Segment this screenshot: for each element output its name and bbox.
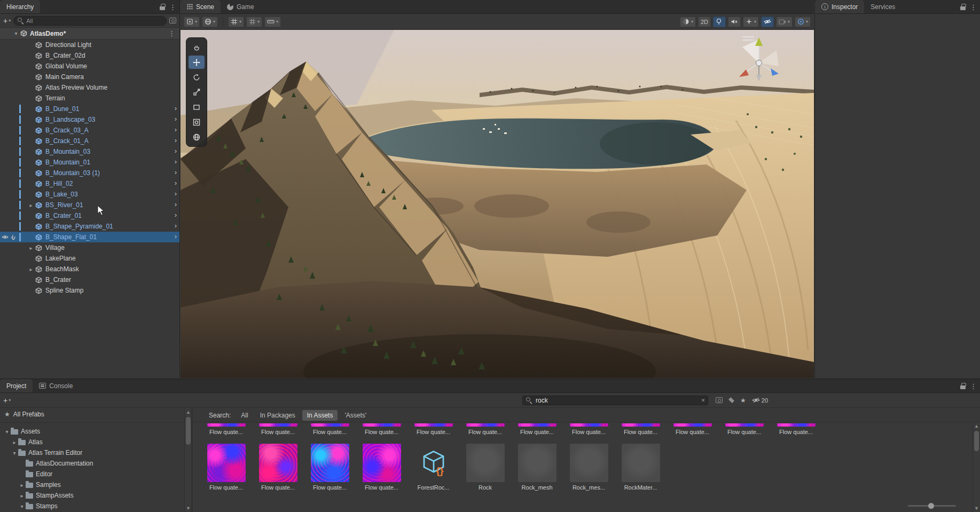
hierarchy-item[interactable]: B_Shape_Flat_01 › <box>0 232 179 242</box>
folder-tree-item[interactable]: ▸ Atlas <box>0 437 192 447</box>
hierarchy-item[interactable]: B_Mountain_01 › <box>0 157 179 168</box>
hierarchy-item[interactable]: B_Mountain_03 (1) › <box>0 168 179 178</box>
scene-visibility-toggle-button[interactable] <box>761 17 774 27</box>
expander-icon[interactable]: ▸ <box>18 482 26 488</box>
asset-item[interactable]: Flow quate... <box>563 423 615 435</box>
lock-icon[interactable] <box>160 6 165 10</box>
tab-scene[interactable]: Scene <box>181 0 221 13</box>
prefab-open-arrow[interactable]: › <box>175 190 177 198</box>
tab-inspector[interactable]: Inspector <box>815 0 864 13</box>
hierarchy-item[interactable]: B_Lake_03 › <box>0 189 179 200</box>
expander-icon[interactable]: ▸ <box>18 493 26 499</box>
asset-item[interactable]: Flow quate... <box>304 423 356 435</box>
hierarchy-item[interactable]: Main Camera › <box>0 72 179 82</box>
prefab-open-arrow[interactable]: › <box>175 125 177 133</box>
add-object-button[interactable]: +▾ <box>3 17 11 25</box>
asset-item[interactable]: {} ForestRoc... <box>407 444 459 491</box>
prefab-open-arrow[interactable]: › <box>175 104 177 112</box>
asset-item[interactable]: {} RockMater... <box>615 444 667 491</box>
asset-item[interactable]: Flow quate... <box>356 423 407 435</box>
prefab-open-arrow[interactable]: › <box>175 136 177 144</box>
move-tool-button[interactable] <box>189 56 205 69</box>
search-filter-chip[interactable]: 'Assets' <box>340 410 371 421</box>
lock-icon[interactable] <box>960 6 966 10</box>
expander-icon[interactable]: ▸ <box>27 245 35 251</box>
save-search-star-icon[interactable]: ★ <box>740 397 746 404</box>
scene-header-row[interactable]: ▾ AtlasDemo* ⋮ <box>0 28 179 40</box>
asset-item[interactable]: Flow quate... <box>252 423 304 435</box>
hierarchy-item[interactable]: B_Crater_01 › <box>0 210 179 221</box>
folder-tree-item[interactable]: ▸ StampAssets <box>0 490 192 501</box>
hierarchy-item[interactable]: Spline Stamp › <box>0 285 179 296</box>
tab-hierarchy[interactable]: Hierarchy <box>0 0 40 13</box>
search-by-type-icon[interactable] <box>716 397 723 403</box>
asset-item[interactable]: Flow quate... <box>615 423 667 435</box>
asset-item[interactable]: {} Flow quate... <box>200 444 252 491</box>
expander-icon[interactable]: ▸ <box>11 439 18 445</box>
hierarchy-item[interactable]: B_Crater › <box>0 274 179 285</box>
panel-menu-icon[interactable]: ⋮ <box>970 4 977 11</box>
scene-viewport[interactable] <box>181 30 814 378</box>
hierarchy-item[interactable]: Terrain › <box>0 93 179 104</box>
hierarchy-item[interactable]: ▸ Village › <box>0 242 179 253</box>
thumbnail-zoom-slider[interactable] <box>908 505 956 507</box>
tool-handle-rotation-button[interactable]: ▾ <box>202 17 218 27</box>
audio-toggle-button[interactable] <box>728 17 741 27</box>
scroll-up-icon[interactable]: ▲ <box>185 408 192 416</box>
gizmos-menu-button[interactable]: ▾ <box>795 17 811 27</box>
hidden-packages-toggle[interactable]: 20 <box>752 397 768 404</box>
search-filter-chip[interactable]: In Packages <box>255 410 300 421</box>
hierarchy-item[interactable]: B_Landscape_03 › <box>0 114 179 125</box>
expander-icon[interactable]: ▾ <box>18 503 26 509</box>
tab-console[interactable]: Console <box>33 379 79 392</box>
tab-game[interactable]: Game <box>221 0 261 13</box>
custom-tool-button[interactable] <box>189 130 205 144</box>
scrollbar-thumb[interactable] <box>186 417 191 445</box>
favorites-all-prefabs[interactable]: ★ All Prefabs <box>0 408 192 420</box>
scrollbar-thumb[interactable] <box>974 431 979 451</box>
scene-menu-icon[interactable]: ⋮ <box>168 30 175 37</box>
asset-item[interactable]: {} Flow quate... <box>304 444 356 491</box>
hierarchy-item[interactable]: B_Crack_03_A › <box>0 125 179 136</box>
scene-orientation-gizmo[interactable] <box>730 36 788 90</box>
asset-item[interactable]: Flow quate... <box>200 423 252 435</box>
expander-icon[interactable]: ▾ <box>3 429 11 435</box>
hierarchy-search-input[interactable]: All <box>13 16 167 26</box>
search-filter-chip[interactable]: All <box>236 410 253 421</box>
2d-toggle-button[interactable]: 2D <box>698 17 711 27</box>
hierarchy-item[interactable]: B_Hill_02 › <box>0 178 179 189</box>
prefab-open-arrow[interactable]: › <box>175 222 177 230</box>
hierarchy-item[interactable]: Atlas Preview Volume › <box>0 82 179 93</box>
scroll-down-icon[interactable]: ▼ <box>973 505 980 512</box>
create-asset-button[interactable]: +▾ <box>3 396 11 405</box>
folder-tree-scrollbar[interactable]: ▲ ▼ <box>184 408 192 512</box>
scroll-up-icon[interactable]: ▲ <box>973 422 980 430</box>
prefab-open-arrow[interactable]: › <box>175 157 177 166</box>
tab-project[interactable]: Project <box>0 379 33 392</box>
panel-menu-icon[interactable]: ⋮ <box>970 383 977 390</box>
search-by-label-icon[interactable] <box>728 397 734 403</box>
panel-menu-icon[interactable]: ⋮ <box>169 4 176 11</box>
folder-tree-item[interactable]: AtlasDocumentation <box>0 458 192 469</box>
asset-item[interactable]: {} Flow quate... <box>252 444 304 491</box>
scale-tool-button[interactable] <box>189 85 205 99</box>
draw-mode-button[interactable]: ▾ <box>680 17 696 27</box>
hierarchy-item[interactable]: B_Shape_Pyramide_01 › <box>0 221 179 232</box>
visibility-toggles[interactable] <box>2 234 16 240</box>
zoom-slider-thumb[interactable] <box>928 503 934 509</box>
expander-icon[interactable]: ▸ <box>27 202 35 208</box>
project-search-input[interactable] <box>535 396 699 405</box>
hierarchy-item[interactable]: B_Mountain_03 › <box>0 146 179 157</box>
snap-increment-button[interactable]: ▾ <box>264 17 281 27</box>
lock-icon[interactable] <box>960 385 966 389</box>
grid-visibility-button[interactable]: ▾ <box>246 17 262 27</box>
hierarchy-item[interactable]: LakePlane › <box>0 253 179 264</box>
prefab-open-arrow[interactable]: › <box>175 211 177 219</box>
folder-tree-item[interactable]: ▸ Samples <box>0 479 192 490</box>
asset-item[interactable]: Flow quate... <box>667 423 718 435</box>
prefab-open-arrow[interactable]: › <box>175 200 177 208</box>
folder-tree-item[interactable]: ▾ Atlas Terrain Editor <box>0 447 192 458</box>
hierarchy-item[interactable]: B_Crater_02d › <box>0 50 179 61</box>
rotate-tool-button[interactable] <box>189 70 205 84</box>
asset-item[interactable]: Flow quate... <box>718 423 770 435</box>
